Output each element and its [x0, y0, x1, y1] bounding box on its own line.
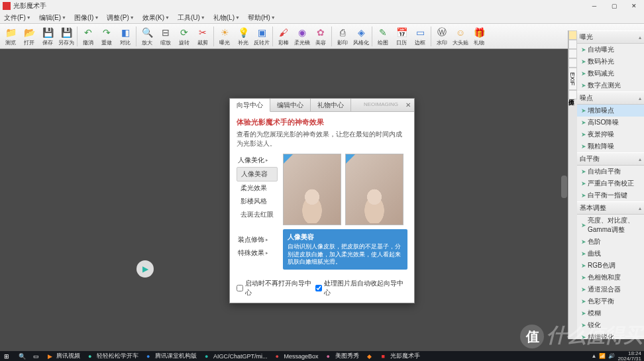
menu-4[interactable]: 效果(K)▼	[138, 13, 174, 23]
toolbtn-曝光[interactable]: ☀曝光	[215, 25, 234, 48]
menu-7[interactable]: 帮助(H)▼	[244, 13, 280, 23]
rp-section[interactable]: 基本调整▴	[577, 201, 644, 215]
rp-item-数码减光[interactable]: ➤数码减光	[577, 68, 644, 79]
toolbtn-缩放[interactable]: ⊟缩放	[156, 25, 175, 48]
preview-before[interactable]	[283, 154, 341, 225]
rp-item-色相饱和度[interactable]: ➤色相饱和度	[577, 272, 644, 284]
taskbar-item-6[interactable]: ●AIGC/ChatGPT/mi...	[201, 351, 272, 361]
toolbtn-礼物[interactable]: 🎁礼物	[470, 25, 488, 48]
scrollbar-thumb[interactable]	[561, 176, 567, 198]
toolbtn-测览[interactable]: 📁测览	[1, 25, 20, 48]
rp-section[interactable]: 白平衡▴	[577, 152, 644, 166]
toolbtn-对比[interactable]: ◧对比	[116, 25, 134, 48]
taskbar-item-5[interactable]: ●腾讯课堂机构版	[142, 351, 201, 361]
rp-item-夜景抑噪[interactable]: ➤夜景抑噪	[577, 129, 644, 140]
tab-edit[interactable]: 编辑中心	[270, 99, 311, 111]
subitem-studio[interactable]: 影楼风格	[237, 195, 278, 208]
toolbtn-放大[interactable]: 🔍放大	[138, 25, 156, 48]
dialog-close-button[interactable]: ✕	[402, 99, 414, 111]
taskbar-item-8[interactable]: ●美图秀秀	[323, 351, 363, 361]
rp-item-亮度、对比度、Gamma调整[interactable]: ➤亮度、对比度、Gamma调整	[577, 215, 644, 236]
toolbtn-裁剪[interactable]: ✂裁剪	[193, 25, 212, 48]
subitem-beauty[interactable]: 人像美容	[237, 167, 278, 181]
rp-item-自动曝光[interactable]: ➤自动曝光	[577, 44, 644, 56]
toolbtn-柔光镜[interactable]: ◉柔光镜	[293, 25, 311, 48]
toolbtn-日历[interactable]: 📅日历	[392, 25, 411, 48]
裁剪-icon: ✂	[197, 26, 209, 38]
close-button[interactable]: ✕	[624, 0, 644, 12]
toolbtn-反转片[interactable]: ▣反转片	[252, 25, 271, 48]
arrow-icon: ➤	[581, 131, 586, 138]
rp-item-模糊[interactable]: ➤模糊	[577, 307, 644, 319]
rp-section[interactable]: 曝光▴	[577, 30, 644, 44]
menu-3[interactable]: 调整(P)▼	[103, 13, 138, 23]
rp-item-自动白平衡[interactable]: ➤自动白平衡	[577, 166, 644, 178]
toolbtn-彩棒[interactable]: 🖌彩棒	[274, 25, 293, 48]
checkbox-no-open[interactable]: 启动时不再打开向导中心	[237, 279, 315, 297]
toolbtn-绘图[interactable]: ✎绘图	[374, 25, 392, 48]
taskbar-item-10[interactable]: ■光影魔术手	[378, 351, 424, 361]
rp-item-严重白平衡校正[interactable]: ➤严重白平衡校正	[577, 178, 644, 189]
tab-gift[interactable]: 礼物中心	[311, 99, 351, 111]
rp-tab-3[interactable]: 便捷工具	[568, 58, 577, 68]
arrow-icon: ➤	[581, 46, 586, 53]
taskbar-item-3[interactable]: ▶腾讯视频	[44, 351, 84, 361]
rp-item-白平衡一指键[interactable]: ➤白平衡一指键	[577, 189, 644, 201]
tab-wizard[interactable]: 向导中心	[230, 99, 270, 112]
rp-item-颗粒降噪[interactable]: ➤颗粒降噪	[577, 140, 644, 152]
toolbtn-大头贴[interactable]: ☺大头贴	[451, 25, 470, 48]
toolbtn-打开[interactable]: 📂打开	[20, 25, 38, 48]
toolbtn-影印[interactable]: ⎙影印	[333, 25, 352, 48]
wizard-dialog: 向导中心 编辑中心 礼物中心 NEOIMAGING ✕ 体验光影魔术手的神奇效果…	[229, 98, 415, 303]
toolbtn-水印[interactable]: Ⓦ水印	[433, 25, 451, 48]
toolbtn-旋转[interactable]: ⟳旋转	[175, 25, 193, 48]
minimize-button[interactable]: ─	[584, 0, 604, 12]
category-special[interactable]: 特殊效果▸	[237, 246, 278, 260]
rp-item-数字点测光[interactable]: ➤数字点测光	[577, 79, 644, 91]
taskbar-item-9[interactable]: ◆	[363, 351, 378, 361]
toolbtn-保存[interactable]: 💾保存	[38, 25, 57, 48]
system-tray[interactable]: ▲📶🔊18:242024/7/31	[591, 351, 644, 362]
rp-tab-5[interactable]: 操作历史	[568, 90, 577, 99]
subitem-redeye[interactable]: 去斑去红眼	[237, 208, 278, 221]
dialog-tabs: 向导中心 编辑中心 礼物中心 NEOIMAGING ✕	[230, 99, 414, 112]
checkbox-auto-collapse[interactable]: 处理图片后自动收起向导中心	[315, 279, 407, 297]
taskbar-item-2[interactable]: ▭	[29, 351, 44, 361]
rp-item-色阶[interactable]: ➤色阶	[577, 236, 644, 248]
taskbar-item-0[interactable]: ⊞	[0, 351, 15, 361]
rp-tab-4[interactable]: EXIF	[568, 68, 577, 90]
tb-icon: ▭	[33, 353, 40, 360]
rp-item-色彩平衡[interactable]: ➤色彩平衡	[577, 295, 644, 307]
taskbar-item-4[interactable]: ●轻轻松松学开车	[84, 351, 142, 361]
taskbar-item-1[interactable]: 🔍	[15, 351, 29, 361]
category-portrait[interactable]: 人像美化▸	[237, 154, 278, 167]
arrow-icon: ➤	[581, 70, 586, 77]
subitem-softlight[interactable]: 柔光效果	[237, 181, 278, 195]
toolbtn-风格化[interactable]: ◈风格化	[352, 25, 370, 48]
preview-after[interactable]	[345, 154, 403, 225]
rp-tab-2[interactable]: 边框图层	[568, 49, 577, 58]
rp-item-通道混合器[interactable]: ➤通道混合器	[577, 284, 644, 295]
toolbtn-撤消[interactable]: ↶撤消	[79, 25, 97, 48]
toolbtn-补光[interactable]: 💡补光	[234, 25, 252, 48]
menu-1[interactable]: 编辑(E)▼	[35, 13, 70, 23]
toolbtn-美容[interactable]: ✿美容	[311, 25, 330, 48]
maximize-button[interactable]: ▢	[604, 0, 624, 12]
toolbtn-另存为[interactable]: 💾另存为	[57, 25, 76, 48]
rp-item-增加噪点[interactable]: ➤增加噪点	[577, 105, 644, 117]
toolbtn-边框[interactable]: ▭边框	[411, 25, 429, 48]
rp-section[interactable]: 噪点▴	[577, 91, 644, 105]
rp-tab-1[interactable]: 数码暗房	[568, 40, 577, 49]
category-decor[interactable]: 装点修饰▸	[237, 233, 278, 246]
rp-item-曲线[interactable]: ➤曲线	[577, 248, 644, 260]
rp-item-高ISO降噪[interactable]: ➤高ISO降噪	[577, 117, 644, 129]
rp-tab-0[interactable]: 基本调整	[568, 30, 577, 40]
taskbar-item-7[interactable]: ●MessageBox	[272, 351, 323, 361]
rp-item-数码补光[interactable]: ➤数码补光	[577, 56, 644, 68]
menu-6[interactable]: 礼物(L)▼	[209, 13, 244, 23]
toolbtn-重做[interactable]: ↷重做	[97, 25, 116, 48]
rp-item-RGB色调[interactable]: ➤RGB色调	[577, 260, 644, 272]
menu-0[interactable]: 文件(F)▼	[0, 13, 35, 23]
menu-2[interactable]: 图像(I)▼	[70, 13, 103, 23]
menu-5[interactable]: 工具(U)▼	[174, 13, 209, 23]
